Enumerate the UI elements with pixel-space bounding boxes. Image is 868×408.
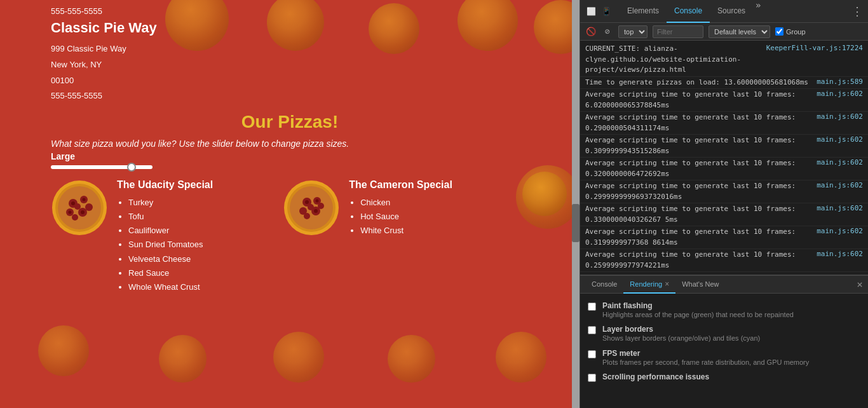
svg-point-8	[85, 203, 93, 211]
bottom-tab-rendering[interactable]: Rendering ×	[623, 276, 675, 294]
rendering-content: Paint flashingHighlights areas of the pa…	[580, 294, 868, 408]
pizza-icon-1	[51, 179, 108, 236]
console-entry: CURRENT_SITE: alianza-clyne.github.io/we…	[580, 43, 868, 77]
topping-item: Tofu	[128, 210, 213, 224]
tab-sources[interactable]: Sources	[710, 0, 753, 23]
svg-point-12	[69, 211, 72, 214]
console-entry-text: Average scripting time to generate last …	[585, 204, 817, 225]
page-title: Our Pizzas!	[51, 112, 529, 132]
device-toolbar-icon[interactable]: 📱	[600, 6, 612, 17]
rendering-checkbox-scrolling-performance-issues[interactable]	[588, 374, 596, 382]
clear-console-button[interactable]: 🚫	[585, 26, 597, 37]
inspect-element-icon[interactable]: ⬜	[585, 6, 597, 17]
topping-item: Hot Sauce	[360, 210, 452, 224]
console-entry-link[interactable]: main.js:602	[817, 250, 863, 271]
tab-elements[interactable]: Elements	[620, 0, 667, 23]
svg-point-13	[81, 210, 85, 214]
store-address-line3: 00100	[51, 74, 529, 88]
rendering-item-desc: Plots frames per second, frame rate dist…	[602, 358, 860, 367]
website-scrollbar-thumb[interactable]	[572, 204, 580, 242]
console-entry-link[interactable]: main.js:602	[817, 158, 863, 179]
rendering-item: FPS meterPlots frames per second, frame …	[588, 346, 860, 370]
rendering-checkbox-paint-flashing[interactable]	[588, 303, 596, 311]
devtools-menu-icon[interactable]: ⋮	[851, 4, 863, 18]
topping-item: Red Sauce	[128, 266, 213, 280]
rendering-item-title: FPS meter	[602, 349, 860, 358]
topping-item: Sun Dried Tomatoes	[128, 238, 213, 252]
console-entry-link[interactable]: main.js:602	[817, 227, 863, 248]
svg-point-26	[314, 209, 318, 213]
svg-point-21	[308, 204, 314, 210]
topping-item: White Crust	[360, 224, 452, 238]
rendering-close-btn[interactable]: ×	[665, 280, 669, 289]
console-output[interactable]: CURRENT_SITE: alianza-clyne.github.io/we…	[580, 41, 868, 275]
pizzas-row: The Udacity Special TurkeyTofuCauliflowe…	[51, 179, 529, 294]
slider-track[interactable]	[51, 165, 153, 169]
console-entry: Average scripting time to generate last …	[580, 203, 868, 226]
more-tabs-icon[interactable]: »	[753, 0, 763, 23]
rendering-item-desc: Highlights areas of the page (green) tha…	[602, 310, 860, 320]
console-entry-link[interactable]: KeeperFill-var.js:17224	[766, 44, 863, 76]
slider-thumb[interactable]	[127, 163, 136, 172]
log-levels-select[interactable]: Default levels	[709, 25, 770, 38]
svg-point-22	[318, 203, 324, 209]
console-entry-link[interactable]: main.js:589	[817, 78, 863, 88]
devtools-header: ⬜ 📱 Elements Console Sources » ⋮	[580, 0, 868, 23]
console-entry: Average scripting time to generate last …	[580, 135, 868, 158]
svg-point-7	[74, 203, 81, 210]
pizza-toppings-1: TurkeyTofuCauliflowerSun Dried TomatoesV…	[117, 196, 213, 294]
topping-item: Cauliflower	[128, 224, 213, 238]
store-address-line2: New York, NY	[51, 58, 529, 72]
console-entry-text: Average scripting time to generate last …	[585, 250, 817, 271]
console-entry-link[interactable]: main.js:602	[817, 181, 863, 202]
context-selector[interactable]: top	[618, 25, 648, 38]
filter-icon[interactable]: ⊘	[602, 26, 613, 37]
pizza-card-1: The Udacity Special TurkeyTofuCauliflowe…	[51, 179, 213, 294]
topping-item: Velveeta Cheese	[128, 252, 213, 266]
console-entry-link[interactable]: main.js:602	[817, 90, 863, 111]
console-entry: Time to generate pizzas on load: 13.6000…	[580, 77, 868, 90]
svg-point-25	[316, 200, 319, 203]
group-checkbox-label[interactable]: Group	[775, 27, 806, 36]
console-entry-text: Average scripting time to generate last …	[585, 112, 817, 133]
store-phone-top: 555-555-5555	[51, 6, 529, 16]
pizza-icon-2	[283, 179, 340, 236]
devtools-bottom: Console Rendering × What's New × Paint f…	[580, 275, 868, 408]
store-name: Classic Pie Way	[51, 20, 529, 36]
console-entry-text: Average scripting time to generate last …	[585, 227, 817, 248]
topping-item: Turkey	[128, 196, 213, 210]
size-label: Large	[51, 151, 529, 161]
console-entry-text: CURRENT_SITE: alianza-clyne.github.io/we…	[585, 44, 766, 76]
tab-console[interactable]: Console	[667, 0, 710, 23]
bottom-panel-close-btn[interactable]: ×	[857, 278, 863, 290]
pizza-title-2: The Cameron Special	[349, 179, 452, 191]
devtools-panel: ⬜ 📱 Elements Console Sources » ⋮ 🚫 ⊘ top…	[580, 0, 868, 408]
website-scrollbar[interactable]	[572, 0, 580, 408]
console-entry: Average scripting time to generate last …	[580, 226, 868, 249]
rendering-item: Layer bordersShows layer borders (orange…	[588, 322, 860, 346]
rendering-checkbox-layer-borders[interactable]	[588, 326, 596, 334]
console-entry-text: Average scripting time to generate last …	[585, 135, 817, 156]
pizza-card-2: The Cameron Special ChickenHot SauceWhit…	[283, 179, 452, 238]
group-checkbox[interactable]	[775, 27, 783, 36]
svg-point-10	[71, 201, 75, 205]
bottom-tab-console[interactable]: Console	[585, 276, 623, 294]
topping-item: Whole Wheat Crust	[128, 280, 213, 294]
size-slider-container[interactable]	[51, 165, 529, 169]
rendering-item: Scrolling performance issues	[588, 370, 860, 384]
bottom-tab-whatsnew[interactable]: What's New	[675, 276, 725, 294]
svg-point-24	[305, 200, 309, 204]
topping-item: Chicken	[360, 196, 452, 210]
console-entry-text: Average scripting time to generate last …	[585, 181, 817, 202]
pizza-toppings-2: ChickenHot SauceWhite Crust	[349, 196, 452, 238]
console-entry-link[interactable]: main.js:602	[817, 204, 863, 225]
console-entry-link[interactable]: main.js:602	[817, 135, 863, 156]
store-phone: 555-555-5555	[51, 90, 529, 103]
console-entry-link[interactable]: main.js:602	[817, 112, 863, 133]
console-entry: Average scripting time to generate last …	[580, 112, 868, 135]
rendering-checkbox-fps-meter[interactable]	[588, 350, 596, 358]
filter-input[interactable]	[653, 25, 703, 38]
devtools-toolbar: 🚫 ⊘ top Default levels Group	[580, 23, 868, 41]
rendering-item-title: Paint flashing	[602, 301, 860, 310]
svg-point-9	[72, 214, 78, 221]
